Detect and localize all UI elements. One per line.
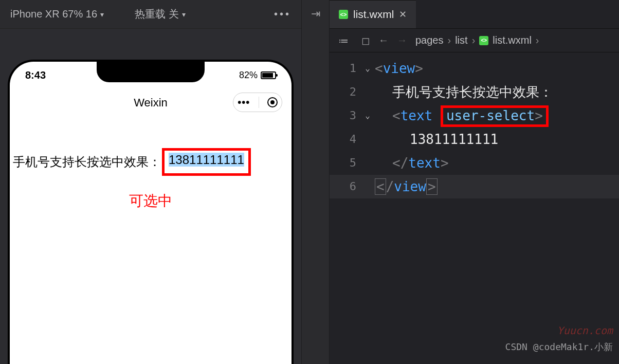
hot-reload-label: 热重载 关 [135, 7, 179, 21]
breadcrumb-part[interactable]: pages [415, 34, 444, 46]
capsule-menu-icon[interactable]: ••• [238, 97, 250, 108]
breadcrumb-part[interactable]: list [455, 34, 467, 46]
breadcrumb-part[interactable]: list.wxml [493, 34, 532, 46]
code-editor[interactable]: 1 ⌄ <view> 2 手机号支持长按选中效果： 3 ⌄ <text user… [330, 52, 619, 364]
line-number: 5 [330, 151, 360, 175]
content-label: 手机号支持长按选中效果： [13, 154, 161, 170]
line-number: 4 [330, 128, 360, 151]
outline-icon[interactable]: ≔ [338, 34, 349, 47]
code-line[interactable]: 3 ⌄ <text user-select> [330, 104, 619, 128]
app-title: Weixin [134, 96, 168, 110]
app-header: Weixin ••• [10, 88, 292, 117]
editor-panel: <> list.wxml ✕ ≔ ◻ ← → pages › list › <>… [330, 0, 619, 364]
wxml-file-icon: <> [339, 10, 348, 19]
device-dropdown[interactable]: iPhone XR 67% 16 ▾ [10, 8, 104, 20]
line-number: 3 [330, 104, 360, 128]
page-content: 手机号支持长按选中效果： 13811111111 可选中 [10, 117, 292, 211]
simulator-panel: iPhone XR 67% 16 ▾ 热重载 关 ▾ ••• 8:43 82% … [0, 0, 301, 364]
selected-phone-number[interactable]: 13811111111 [169, 153, 244, 167]
code-line[interactable]: 1 ⌄ <view> [330, 57, 619, 80]
hot-reload-dropdown[interactable]: 热重载 关 ▾ [135, 7, 186, 21]
close-icon[interactable]: ✕ [399, 9, 407, 20]
device-label: iPhone XR 67% 16 [10, 8, 97, 20]
fold-icon[interactable]: ⌄ [360, 57, 375, 80]
editor-tab[interactable]: <> list.wxml ✕ [330, 0, 416, 28]
highlight-box: user-select> [441, 105, 549, 127]
wxml-file-icon: <> [479, 36, 488, 45]
line-number: 1 [330, 57, 360, 80]
chevron-right-icon: › [472, 34, 476, 46]
nav-forward-icon: → [397, 34, 407, 46]
simulator-toolbar: iPhone XR 67% 16 ▾ 热重载 关 ▾ ••• [0, 0, 301, 29]
phone-frame: 8:43 82% Weixin ••• 手机号支持长按选中效果： [8, 60, 294, 364]
bookmark-icon[interactable]: ◻ [361, 34, 370, 47]
chevron-down-icon: ▾ [182, 10, 186, 19]
chevron-down-icon: ▾ [100, 10, 104, 19]
tab-filename: list.wxml [353, 8, 394, 21]
status-time: 8:43 [25, 69, 46, 81]
more-icon[interactable]: ••• [274, 8, 291, 20]
fold-icon[interactable]: ⌄ [360, 104, 375, 128]
code-line[interactable]: 6 </view> [330, 175, 619, 198]
panel-divider-bar: ⇥ [301, 0, 330, 364]
credit-text: CSDN @codeMak1r.小新 [505, 335, 613, 359]
miniapp-capsule[interactable]: ••• [233, 93, 282, 112]
capsule-divider [259, 97, 259, 108]
content-line: 手机号支持长按选中效果： 13811111111 [13, 148, 288, 176]
line-number: 2 [330, 80, 360, 104]
nav-back-icon[interactable]: ← [378, 34, 389, 46]
editor-tab-strip: <> list.wxml ✕ [330, 0, 619, 29]
highlight-box: 13811111111 [162, 148, 251, 176]
phone-notch [97, 62, 205, 82]
battery-percent: 82% [239, 70, 258, 81]
chevron-right-icon: › [536, 34, 539, 46]
collapse-panel-icon[interactable]: ⇥ [311, 7, 320, 21]
code-line[interactable]: 4 13811111111 [330, 128, 619, 151]
editor-breadcrumb-bar: ≔ ◻ ← → pages › list › <> list.wxml › [330, 29, 619, 52]
capsule-close-icon[interactable] [267, 97, 278, 107]
annotation-text: 可选中 [13, 191, 288, 211]
line-number: 6 [330, 175, 360, 198]
code-line[interactable]: 2 手机号支持长按选中效果： [330, 80, 619, 104]
simulator-stage: 8:43 82% Weixin ••• 手机号支持长按选中效果： [0, 29, 301, 364]
code-line[interactable]: 5 </text> [330, 151, 619, 175]
chevron-right-icon: › [448, 34, 451, 46]
battery-icon [261, 71, 276, 79]
breadcrumb[interactable]: pages › list › <> list.wxml › [415, 34, 539, 46]
